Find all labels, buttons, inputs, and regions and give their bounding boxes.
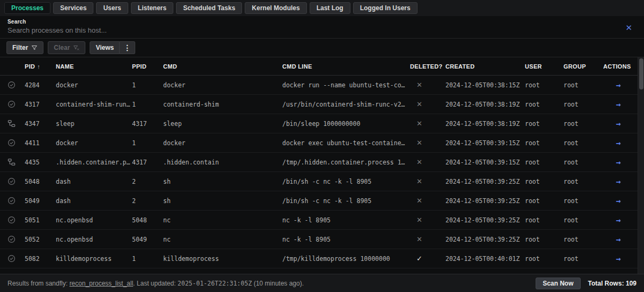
cell-group: root: [564, 139, 603, 147]
filter-button[interactable]: Filter: [6, 41, 43, 54]
cell-actions: →: [603, 138, 633, 148]
cell-actions: →: [603, 215, 633, 225]
tab-processes[interactable]: Processes: [4, 2, 50, 14]
cell-cmd: docker: [163, 81, 282, 89]
cell-cmd-line: docker run --name ubuntu-test-co…: [282, 81, 410, 89]
tab-kernel-modules[interactable]: Kernel Modules: [245, 2, 306, 14]
cell-deleted: ✕: [410, 235, 445, 243]
views-button[interactable]: Views: [90, 41, 120, 54]
cell-group: root: [564, 255, 603, 263]
clear-filter-button[interactable]: Clear: [48, 41, 85, 54]
more-options-button[interactable]: ⋮: [120, 41, 135, 54]
cell-group: root: [564, 120, 603, 128]
cell-pid: 5048: [25, 178, 56, 185]
table-row[interactable]: 4411docker1dockerdocker exec ubuntu-test…: [0, 133, 644, 153]
column-header-deleted[interactable]: DELETED?: [410, 63, 445, 70]
row-detail-arrow-icon[interactable]: →: [616, 100, 620, 109]
cell-ppid: 4317: [132, 120, 163, 128]
table-row[interactable]: 5082killdemoprocess1killdemoprocess/tmp/…: [0, 249, 644, 268]
status-ok-icon: [6, 216, 25, 224]
search-input[interactable]: [8, 25, 598, 34]
table-row[interactable]: 4435.hidden.container.p…4317.hidden.cont…: [0, 153, 644, 172]
column-header-cmd-line[interactable]: CMD LINE: [282, 63, 410, 70]
cell-cmd-line: /tmp/killdemoprocess 10000000: [282, 255, 410, 263]
cell-pid: 5052: [25, 236, 56, 243]
status-ok-icon: [6, 254, 25, 263]
table-row[interactable]: 5052nc.openbsd5049ncnc -k -l 8905✕2024-1…: [0, 230, 644, 249]
cell-cmd: sh: [163, 178, 282, 185]
sandfly-name-link[interactable]: recon_process_list_all: [69, 280, 133, 287]
cell-user: root: [525, 159, 564, 166]
tab-users[interactable]: Users: [96, 2, 128, 14]
cell-pid: 4435: [25, 159, 56, 166]
tab-listeners[interactable]: Listeners: [131, 2, 173, 14]
total-rows-label: Total Rows:: [588, 280, 624, 287]
cell-deleted: ✕: [410, 81, 445, 89]
process-tree-icon: [6, 119, 25, 128]
cell-cmd-line: /bin/sh -c nc -k -l 8905: [282, 197, 410, 205]
search-section: Search ✕: [0, 16, 644, 39]
cell-pid: 4411: [25, 139, 56, 147]
cell-actions: →: [603, 196, 633, 206]
cell-cmd: docker: [163, 139, 282, 147]
scan-now-button[interactable]: Scan Now: [536, 278, 580, 289]
row-detail-arrow-icon[interactable]: →: [616, 177, 620, 186]
cell-name: killdemoprocess: [56, 255, 132, 263]
cell-group: root: [564, 81, 603, 89]
cell-created: 2024-12-05T00:38:15Z: [445, 81, 525, 89]
cell-pid: 5049: [25, 197, 56, 205]
table-row[interactable]: 4347sleep4317sleep/bin/sleep 1000000000✕…: [0, 114, 644, 133]
cell-ppid: 5048: [132, 216, 163, 224]
row-detail-arrow-icon[interactable]: →: [616, 196, 620, 206]
not-deleted-x-icon: ✕: [416, 177, 422, 185]
filter-button-label: Filter: [12, 44, 28, 51]
row-detail-arrow-icon[interactable]: →: [616, 215, 620, 225]
sort-ascending-icon: ↑: [37, 63, 40, 70]
table-row[interactable]: 4317containerd-shim-run…1containerd-shim…: [0, 95, 644, 114]
cell-ppid: 2: [132, 197, 163, 205]
column-header-cmd[interactable]: CMD: [163, 63, 282, 70]
cell-created: 2024-12-05T00:39:15Z: [445, 139, 525, 147]
close-search-icon[interactable]: ✕: [625, 24, 632, 32]
cell-deleted: ✕: [410, 197, 445, 205]
column-header-created[interactable]: CREATED: [445, 63, 525, 70]
column-header-ppid[interactable]: PPID: [132, 63, 163, 70]
column-header-pid[interactable]: PID↑: [25, 63, 56, 70]
column-header-user[interactable]: USER: [525, 63, 564, 70]
tab-services[interactable]: Services: [53, 2, 93, 14]
cell-cmd: killdemoprocess: [163, 255, 282, 263]
cell-deleted: ✕: [410, 158, 445, 166]
cell-cmd-line: /tmp/.hidden.container.process 1…: [282, 159, 410, 166]
row-detail-arrow-icon[interactable]: →: [616, 158, 620, 167]
cell-cmd: containerd-shim: [163, 101, 282, 108]
scrollbar-thumb[interactable]: [639, 58, 643, 89]
cell-cmd-line: /bin/sh -c nc -k -l 8905: [282, 178, 410, 185]
cell-group: root: [564, 101, 603, 108]
search-label: Search: [8, 19, 636, 25]
tab-scheduled-tasks[interactable]: Scheduled Tasks: [176, 2, 242, 14]
column-header-group[interactable]: GROUP: [564, 63, 603, 70]
tab-logged-in-users[interactable]: Logged In Users: [353, 2, 418, 14]
column-header-name[interactable]: NAME: [56, 63, 132, 70]
row-detail-arrow-icon[interactable]: →: [616, 80, 620, 90]
cell-actions: →: [603, 254, 633, 264]
row-detail-arrow-icon[interactable]: →: [616, 235, 620, 244]
table-header-row: PID↑NAMEPPIDCMDCMD LINEDELETED?CREATEDUS…: [0, 57, 644, 76]
row-detail-arrow-icon[interactable]: →: [616, 138, 620, 148]
tab-last-log[interactable]: Last Log: [310, 2, 350, 14]
vertical-scrollbar[interactable]: [638, 57, 644, 274]
table-row[interactable]: 5048dash2sh/bin/sh -c nc -k -l 8905✕2024…: [0, 172, 644, 191]
table-row[interactable]: 4284docker1dockerdocker run --name ubunt…: [0, 76, 644, 95]
row-detail-arrow-icon[interactable]: →: [616, 254, 620, 264]
cell-ppid: 4317: [132, 159, 163, 166]
cell-user: root: [525, 101, 564, 108]
row-detail-arrow-icon[interactable]: →: [616, 119, 620, 129]
column-header-actions[interactable]: ACTIONS: [603, 63, 633, 70]
cell-deleted: ✕: [410, 119, 445, 128]
table-row[interactable]: 5049dash2sh/bin/sh -c nc -k -l 8905✕2024…: [0, 191, 644, 211]
results-prefix: Results from sandfly:: [8, 280, 69, 287]
table-row[interactable]: 5051nc.openbsd5048ncnc -k -l 8905✕2024-1…: [0, 211, 644, 230]
cell-pid: 4347: [25, 120, 56, 128]
cell-pid: 4317: [25, 101, 56, 108]
not-deleted-x-icon: ✕: [416, 197, 422, 205]
